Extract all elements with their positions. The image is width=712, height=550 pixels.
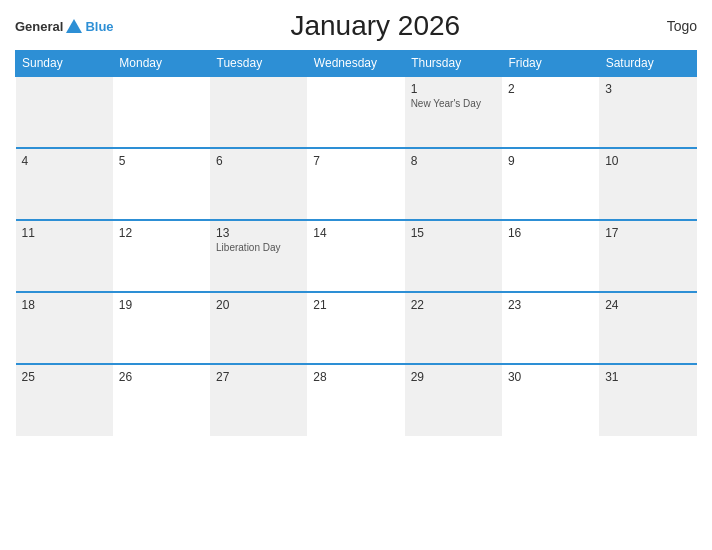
weekday-header-row: SundayMondayTuesdayWednesdayThursdayFrid… (16, 51, 697, 77)
calendar-cell: 24 (599, 292, 696, 364)
day-number: 19 (119, 298, 204, 312)
day-number: 15 (411, 226, 496, 240)
day-number: 30 (508, 370, 593, 384)
calendar-cell (210, 76, 307, 148)
day-number: 4 (22, 154, 107, 168)
day-number: 26 (119, 370, 204, 384)
week-row-3: 111213Liberation Day14151617 (16, 220, 697, 292)
calendar-cell (307, 76, 404, 148)
weekday-header-monday: Monday (113, 51, 210, 77)
country-label: Togo (637, 18, 697, 34)
day-number: 3 (605, 82, 690, 96)
calendar-cell: 13Liberation Day (210, 220, 307, 292)
weekday-header-sunday: Sunday (16, 51, 113, 77)
logo-blue-text: Blue (85, 19, 113, 34)
calendar-cell: 4 (16, 148, 113, 220)
calendar-cell: 11 (16, 220, 113, 292)
day-number: 24 (605, 298, 690, 312)
day-number: 13 (216, 226, 301, 240)
day-number: 21 (313, 298, 398, 312)
calendar-cell: 1New Year's Day (405, 76, 502, 148)
day-number: 31 (605, 370, 690, 384)
calendar-cell: 31 (599, 364, 696, 436)
calendar-cell: 26 (113, 364, 210, 436)
calendar-cell: 17 (599, 220, 696, 292)
calendar-cell: 19 (113, 292, 210, 364)
calendar-cell: 12 (113, 220, 210, 292)
logo-general-text: General (15, 19, 63, 34)
calendar-cell: 22 (405, 292, 502, 364)
event-label: Liberation Day (216, 242, 301, 253)
calendar-title: January 2026 (114, 10, 637, 42)
weekday-header-wednesday: Wednesday (307, 51, 404, 77)
day-number: 28 (313, 370, 398, 384)
day-number: 1 (411, 82, 496, 96)
calendar-cell (16, 76, 113, 148)
calendar-table: SundayMondayTuesdayWednesdayThursdayFrid… (15, 50, 697, 436)
day-number: 29 (411, 370, 496, 384)
day-number: 7 (313, 154, 398, 168)
calendar-cell: 29 (405, 364, 502, 436)
calendar-cell: 14 (307, 220, 404, 292)
calendar-cell: 18 (16, 292, 113, 364)
day-number: 11 (22, 226, 107, 240)
week-row-4: 18192021222324 (16, 292, 697, 364)
weekday-header-thursday: Thursday (405, 51, 502, 77)
calendar-cell: 21 (307, 292, 404, 364)
day-number: 8 (411, 154, 496, 168)
calendar-cell: 2 (502, 76, 599, 148)
week-row-5: 25262728293031 (16, 364, 697, 436)
day-number: 22 (411, 298, 496, 312)
calendar-cell: 16 (502, 220, 599, 292)
day-number: 16 (508, 226, 593, 240)
week-row-1: 1New Year's Day23 (16, 76, 697, 148)
day-number: 6 (216, 154, 301, 168)
day-number: 18 (22, 298, 107, 312)
week-row-2: 45678910 (16, 148, 697, 220)
calendar-cell: 10 (599, 148, 696, 220)
calendar-cell (113, 76, 210, 148)
weekday-header-tuesday: Tuesday (210, 51, 307, 77)
day-number: 10 (605, 154, 690, 168)
day-number: 5 (119, 154, 204, 168)
day-number: 17 (605, 226, 690, 240)
weekday-header-friday: Friday (502, 51, 599, 77)
weekday-header-saturday: Saturday (599, 51, 696, 77)
calendar-cell: 25 (16, 364, 113, 436)
calendar-cell: 9 (502, 148, 599, 220)
day-number: 20 (216, 298, 301, 312)
calendar-cell: 5 (113, 148, 210, 220)
calendar-cell: 7 (307, 148, 404, 220)
day-number: 9 (508, 154, 593, 168)
event-label: New Year's Day (411, 98, 496, 109)
day-number: 2 (508, 82, 593, 96)
day-number: 25 (22, 370, 107, 384)
calendar-cell: 3 (599, 76, 696, 148)
calendar-cell: 20 (210, 292, 307, 364)
calendar-cell: 8 (405, 148, 502, 220)
calendar-cell: 27 (210, 364, 307, 436)
calendar-header: General Blue January 2026 Togo (15, 10, 697, 42)
calendar-page: General Blue January 2026 Togo SundayMon… (0, 0, 712, 550)
calendar-cell: 6 (210, 148, 307, 220)
day-number: 14 (313, 226, 398, 240)
calendar-cell: 30 (502, 364, 599, 436)
calendar-cell: 28 (307, 364, 404, 436)
calendar-cell: 15 (405, 220, 502, 292)
logo: General Blue (15, 19, 114, 34)
day-number: 12 (119, 226, 204, 240)
day-number: 27 (216, 370, 301, 384)
logo-triangle-icon (66, 19, 82, 33)
calendar-cell: 23 (502, 292, 599, 364)
day-number: 23 (508, 298, 593, 312)
